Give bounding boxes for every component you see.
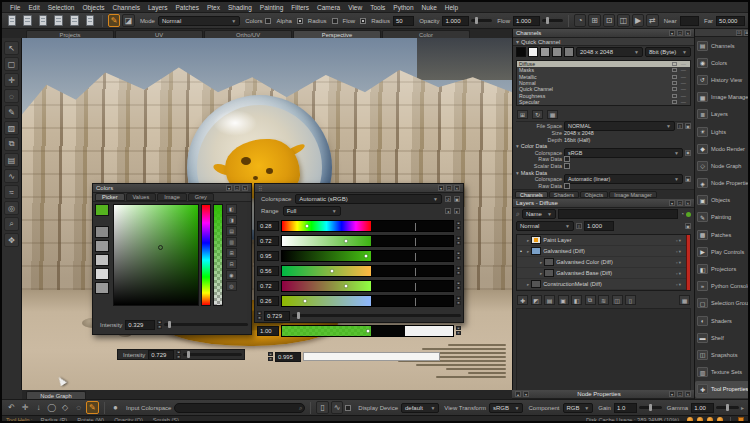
palette-node-properties[interactable]: ◈ Node Properties bbox=[695, 175, 750, 192]
erase-tool[interactable]: ▨ bbox=[4, 121, 19, 135]
cache-layer-icon[interactable]: ⧉ bbox=[585, 295, 596, 305]
zoom-tool[interactable]: ⌕ bbox=[4, 217, 19, 231]
mix-slider[interactable] bbox=[292, 314, 461, 317]
saturation-value-square[interactable] bbox=[113, 204, 199, 306]
palette-objects[interactable]: ▣ Objects bbox=[695, 192, 750, 209]
Normal[interactable]: Normal— bbox=[517, 80, 690, 86]
palette-tool-properties[interactable]: ✚ Tool Properties bbox=[695, 381, 750, 398]
gradient-tool[interactable]: ▤ bbox=[4, 153, 19, 167]
menu-item[interactable]: Filters bbox=[287, 4, 313, 11]
picker-option-icon[interactable]: ◉ bbox=[226, 270, 237, 280]
menu-item[interactable]: Shading bbox=[224, 4, 256, 11]
toolbar-checkbox[interactable]: Radius bbox=[360, 18, 391, 24]
add-mask-icon[interactable]: ◧ bbox=[571, 295, 582, 305]
channel-swatch[interactable] bbox=[540, 47, 550, 57]
node-properties-header[interactable]: ▴▾ Node Properties ▾□✕ bbox=[512, 390, 694, 399]
paint-mode-dropdown[interactable]: Normal▼ bbox=[158, 16, 240, 26]
Galvanised Base (Diff)[interactable]: •▸ Galvanised Base (Diff)▫ ▾ bbox=[517, 268, 690, 279]
add-channel-icon[interactable]: ⊞ bbox=[517, 110, 528, 119]
status-indicator-icon[interactable] bbox=[697, 417, 703, 423]
import-icon[interactable] bbox=[54, 15, 63, 26]
recent-color-swatch[interactable] bbox=[95, 240, 109, 252]
alpha-value-field[interactable]: 1.00 bbox=[257, 326, 279, 336]
menu-item[interactable]: View bbox=[344, 4, 366, 11]
move-node-icon[interactable]: ✛ bbox=[19, 402, 30, 414]
palette-image-manager[interactable]: ▦ Image Manager bbox=[695, 89, 750, 106]
status-indicator-icon[interactable] bbox=[687, 417, 693, 423]
recent-color-swatch[interactable] bbox=[95, 254, 109, 266]
Paint Layer[interactable]: •▸ Paint Layer▫ ▾ bbox=[517, 235, 690, 246]
palette-shelf[interactable]: ▬ Shelf bbox=[695, 329, 750, 346]
palette-snapshots[interactable]: ◫ Snapshots bbox=[695, 346, 750, 363]
scalar-data-checkbox[interactable] bbox=[564, 163, 570, 169]
channel-swatch[interactable] bbox=[552, 47, 562, 57]
toggle-checkbox[interactable] bbox=[345, 405, 351, 411]
collapse-icon[interactable]: ⊡ bbox=[736, 30, 742, 36]
Metallic[interactable]: Metallic— bbox=[517, 74, 690, 80]
near-field[interactable] bbox=[680, 16, 699, 26]
toolbar-checkbox[interactable]: Alpha bbox=[265, 18, 292, 24]
pin-icon[interactable]: ▾ bbox=[438, 185, 444, 191]
add-adjustment-icon[interactable]: ◩ bbox=[531, 295, 542, 305]
play-icon[interactable]: ▶ bbox=[632, 14, 644, 27]
floating-intensity-field[interactable]: 0.729 bbox=[148, 350, 174, 360]
recent-color-swatch[interactable] bbox=[95, 226, 109, 238]
alpha-slider[interactable] bbox=[281, 325, 454, 337]
floating-value-bar[interactable] bbox=[303, 352, 440, 361]
menu-item[interactable]: Camera bbox=[313, 4, 344, 11]
alpha-strip[interactable] bbox=[213, 204, 223, 306]
move-tool[interactable]: ✛ bbox=[4, 73, 19, 87]
gamma-field[interactable]: 1.00 bbox=[691, 403, 714, 413]
Roughness[interactable]: Roughness— bbox=[517, 92, 690, 98]
channel-size-dropdown[interactable]: 2048 x 2048▼ bbox=[576, 47, 643, 57]
dock-tab[interactable]: Image Manager bbox=[609, 191, 657, 198]
raw-data-checkbox[interactable] bbox=[564, 156, 570, 162]
remove-layer-icon[interactable]: ▯ bbox=[625, 295, 636, 305]
float-icon[interactable]: □ bbox=[446, 185, 452, 191]
lasso-tool[interactable]: ◌ bbox=[4, 89, 19, 103]
mix-value-field[interactable]: 0.729 bbox=[264, 311, 290, 321]
slider-value-field[interactable]: 0.26 bbox=[257, 296, 279, 306]
projection-grid-icon[interactable]: ⊞ bbox=[588, 14, 600, 27]
paint-node-icon[interactable]: ✎ bbox=[86, 401, 98, 414]
layer-amount-field[interactable]: 1.000 bbox=[584, 221, 614, 231]
picker-option-icon[interactable]: ◨ bbox=[226, 215, 237, 225]
picker-tab[interactable]: Grey bbox=[188, 193, 214, 201]
drop-node-icon[interactable]: ↓ bbox=[33, 402, 44, 414]
duplicate-layer-icon[interactable]: ◫ bbox=[612, 295, 623, 305]
status-indicator-icon[interactable] bbox=[717, 417, 723, 423]
far-field[interactable]: 50,000 bbox=[716, 16, 745, 26]
palette-painting[interactable]: ✎ Painting bbox=[695, 209, 750, 226]
Quick Channel[interactable]: Quick Channel— bbox=[517, 86, 690, 92]
palette-play-controls[interactable]: ▶ Play Controls bbox=[695, 243, 750, 260]
component-dropdown[interactable]: RGB▼ bbox=[563, 403, 594, 413]
dock-tab[interactable]: Shaders bbox=[549, 191, 579, 198]
projection-clock-icon[interactable]: ◔ bbox=[574, 14, 586, 27]
add-layer-icon[interactable]: ✚ bbox=[517, 295, 528, 305]
search-mode-dropdown[interactable]: Name▼ bbox=[522, 209, 556, 219]
history-icon[interactable]: ◔ bbox=[680, 211, 684, 217]
select-tool[interactable]: ↖ bbox=[4, 41, 19, 55]
menu-item[interactable]: Objects bbox=[78, 4, 108, 11]
radius-field[interactable]: 50 bbox=[393, 16, 414, 26]
intensity-field[interactable]: 0.329 bbox=[125, 320, 155, 330]
toolbar-checkbox[interactable]: Flow bbox=[332, 18, 357, 24]
channel-swatch[interactable] bbox=[528, 47, 538, 57]
palette-patches[interactable]: ▩ Patches bbox=[695, 226, 750, 243]
menu-item[interactable]: Nuke bbox=[418, 4, 441, 11]
layer-scrollbar[interactable] bbox=[686, 235, 690, 290]
opacity-field[interactable]: 1.000 bbox=[442, 16, 469, 26]
mirror-icon[interactable]: ◫ bbox=[617, 14, 629, 27]
view-transform-dropdown[interactable]: sRGB▼ bbox=[489, 403, 524, 413]
colors-palette-header[interactable]: Colors ▾□✕ bbox=[93, 184, 251, 193]
colorspace-reset-icon[interactable]: ↺ bbox=[445, 196, 451, 202]
new-project-icon[interactable] bbox=[8, 15, 17, 26]
node-graph-tab[interactable]: Node Graph bbox=[26, 391, 86, 399]
float-icon[interactable]: □ bbox=[234, 185, 240, 191]
layer-grid-icon[interactable]: ▦ bbox=[679, 295, 690, 305]
colorspace-search-input[interactable]: ⌕ bbox=[174, 403, 305, 413]
picker-option-icon[interactable]: ◧ bbox=[226, 204, 237, 214]
symmetry-icon[interactable]: ⇄ bbox=[646, 14, 658, 27]
slider-value-field[interactable]: 0.72 bbox=[257, 236, 279, 246]
undo-arrow-icon[interactable]: ↶ bbox=[6, 402, 17, 414]
